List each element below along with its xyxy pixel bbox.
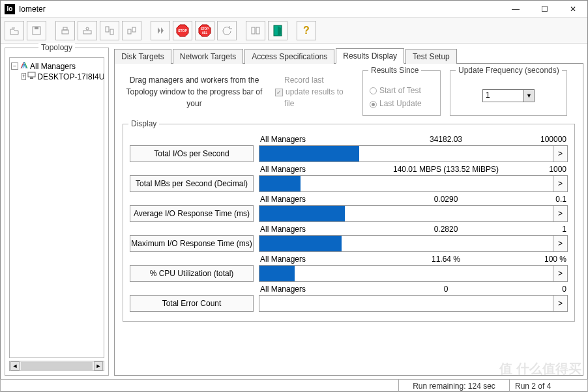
svg-rect-3 xyxy=(63,27,67,30)
radio-last-update[interactable]: Last Update xyxy=(370,97,434,110)
tab-disk-targets[interactable]: Disk Targets xyxy=(114,49,171,64)
metric-label-button[interactable]: Maximum I/O Response Time (ms) xyxy=(130,235,254,252)
copy-worker-icon[interactable] xyxy=(100,21,119,40)
record-option: Record last ✓update results to file xyxy=(275,70,353,109)
scroll-thumb[interactable] xyxy=(21,362,93,370)
svg-marker-12 xyxy=(199,25,211,36)
tab-bar: Disk TargetsNetwork TargetsAccess Specif… xyxy=(114,48,583,63)
reset-icon[interactable] xyxy=(217,21,237,40)
results-since-group: Results Since Start of Test Last Update xyxy=(362,70,441,116)
expand-icon[interactable]: + xyxy=(22,73,26,80)
save-icon[interactable] xyxy=(27,21,46,40)
metric-bar[interactable] xyxy=(259,235,553,252)
update-frequency-select[interactable]: 1 ▼ xyxy=(482,89,535,102)
stop-all-icon[interactable]: STOPALL xyxy=(195,21,214,40)
help-icon[interactable]: ? xyxy=(297,21,316,40)
tab-access-specifications[interactable]: Access Specifications xyxy=(244,49,334,64)
metric-scale-button[interactable]: > xyxy=(553,175,568,192)
scroll-left-icon[interactable]: ◄ xyxy=(10,361,20,371)
topology-group: Topology − All Managers + DESKTOP-17I8I4… xyxy=(5,48,109,376)
metric-row: Total MBs per Second (Decimal)All Manage… xyxy=(130,165,568,192)
metric-bar[interactable] xyxy=(259,295,553,312)
metric-value: 34182.03 xyxy=(390,135,501,144)
metric-label-button[interactable]: Total MBs per Second (Decimal) xyxy=(130,175,254,192)
tab-test-setup[interactable]: Test Setup xyxy=(405,49,457,64)
minimize-button[interactable]: — xyxy=(501,1,530,18)
topology-legend: Topology xyxy=(38,43,75,52)
new-net-worker-icon[interactable] xyxy=(78,21,97,40)
edit-spec-icon[interactable] xyxy=(246,21,265,40)
svg-rect-8 xyxy=(128,29,131,34)
metric-label-button[interactable]: Total Error Count xyxy=(130,295,254,312)
display-legend: Display xyxy=(128,119,159,128)
metric-bar[interactable] xyxy=(259,205,553,222)
collapse-icon[interactable]: − xyxy=(11,63,18,70)
duplicate-icon[interactable] xyxy=(122,21,141,40)
metric-scale-button[interactable]: > xyxy=(553,205,568,222)
tree-hscrollbar[interactable]: ◄ ► xyxy=(9,361,104,371)
tab-network-targets[interactable]: Network Targets xyxy=(173,49,243,64)
exit-icon[interactable] xyxy=(268,21,287,40)
metric-row: Maximum I/O Response Time (ms)All Manage… xyxy=(130,225,568,252)
metric-bar-fill xyxy=(259,266,295,281)
metric-name: All Managers xyxy=(260,135,390,144)
metric-scale-button[interactable]: > xyxy=(553,235,568,252)
metric-label-button[interactable]: Total I/Os per Second xyxy=(130,145,254,162)
svg-rect-4 xyxy=(83,31,91,34)
toolbar: STOP STOPALL ? xyxy=(1,18,587,44)
metric-max: 1000 xyxy=(501,165,566,174)
metric-name: All Managers xyxy=(260,255,390,264)
tree-child-row[interactable]: + DESKTOP-17I8I4U xyxy=(11,72,102,81)
metric-label-button[interactable]: Average I/O Response Time (ms) xyxy=(130,205,254,222)
metric-label-button[interactable]: % CPU Utilization (total) xyxy=(130,265,254,282)
metric-scale-button[interactable]: > xyxy=(553,145,568,162)
status-empty xyxy=(0,380,399,392)
maximize-button[interactable]: ☐ xyxy=(530,1,559,18)
results-since-legend: Results Since xyxy=(368,66,421,75)
radio-start-of-test[interactable]: Start of Test xyxy=(370,84,434,97)
metric-max: 100000 xyxy=(501,135,566,144)
svg-rect-7 xyxy=(110,29,113,35)
metric-max: 100 % xyxy=(501,255,566,264)
status-run-of: Run 2 of 4 xyxy=(510,380,588,392)
drag-help-text: Drag managers and workers from the Topol… xyxy=(123,70,266,109)
metric-bar[interactable] xyxy=(259,145,553,162)
statusbar: Run remaining: 124 sec Run 2 of 4 xyxy=(0,379,588,392)
start-icon[interactable] xyxy=(151,21,170,40)
metric-row: Total I/Os per SecondAll Managers34182.0… xyxy=(130,135,568,162)
top-controls: Drag managers and workers from the Topol… xyxy=(123,70,575,116)
metric-name: All Managers xyxy=(260,165,390,174)
status-run-remaining: Run remaining: 124 sec xyxy=(399,380,510,392)
window-title: Iometer xyxy=(19,5,46,14)
svg-rect-6 xyxy=(106,27,109,32)
svg-rect-15 xyxy=(252,27,255,34)
topology-tree[interactable]: − All Managers + DESKTOP-17I8I4U xyxy=(9,57,104,358)
svg-rect-18 xyxy=(28,72,35,77)
metric-value: 11.64 % xyxy=(390,255,501,264)
scroll-right-icon[interactable]: ► xyxy=(94,361,103,371)
metric-max: 1 xyxy=(501,225,566,234)
stop-icon[interactable]: STOP xyxy=(173,21,192,40)
close-button[interactable]: ✕ xyxy=(559,1,587,18)
metric-scale-button[interactable]: > xyxy=(553,265,568,282)
metric-bar[interactable] xyxy=(259,175,553,192)
metric-bar-fill xyxy=(259,146,359,161)
chevron-down-icon[interactable]: ▼ xyxy=(523,90,534,102)
open-icon[interactable] xyxy=(5,21,24,40)
metric-bar-fill xyxy=(259,176,301,191)
update-frequency-legend: Update Frequency (seconds) xyxy=(456,66,562,75)
svg-rect-19 xyxy=(30,77,33,79)
new-worker-icon[interactable] xyxy=(55,21,75,40)
svg-text:STOP: STOP xyxy=(178,29,187,33)
app-icon: Io xyxy=(5,4,15,14)
metric-bar[interactable] xyxy=(259,265,553,282)
titlebar: Io Iometer — ☐ ✕ xyxy=(1,1,587,18)
metric-name: All Managers xyxy=(260,195,390,204)
tab-results-display[interactable]: Results Display xyxy=(336,48,404,64)
metric-value: 0 xyxy=(390,285,501,294)
metric-scale-button[interactable]: > xyxy=(553,295,568,312)
svg-point-5 xyxy=(86,27,89,30)
tree-child-label: DESKTOP-17I8I4U xyxy=(37,72,104,81)
record-checkbox[interactable]: ✓ xyxy=(275,89,283,96)
tree-root-row[interactable]: − All Managers xyxy=(11,61,102,72)
